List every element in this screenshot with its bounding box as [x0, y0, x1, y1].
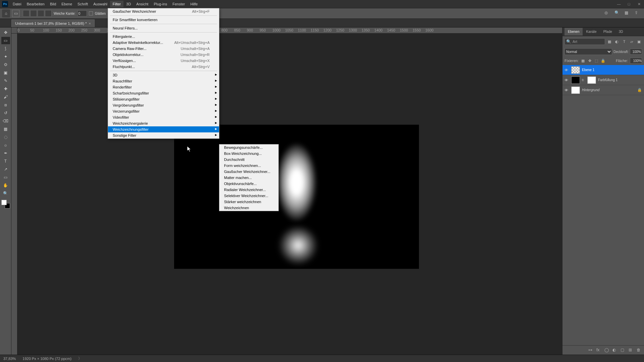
menu-item[interactable]: Filtergalerie... [108, 34, 219, 40]
layer-name[interactable]: Farbfüllung 1 [598, 78, 618, 82]
link-layers-icon[interactable]: ⊶ [588, 348, 593, 353]
workspace-icon[interactable]: ▦ [625, 11, 630, 16]
lock-artboard-icon[interactable]: ⬚ [594, 58, 599, 63]
tool-gradient[interactable]: ▦ [1, 125, 10, 133]
tool-zoom[interactable]: 🔍 [1, 190, 10, 197]
menu-ansicht[interactable]: Ansicht [133, 1, 151, 7]
layer-search-input[interactable]: 🔍 Art [565, 38, 605, 45]
menu-item[interactable]: Sonstige Filter [108, 132, 219, 138]
menu-item[interactable]: Videofilter [108, 114, 219, 120]
visibility-icon[interactable]: 👁 [565, 78, 569, 82]
tool-frame[interactable]: ▣ [1, 69, 10, 76]
submenu-item[interactable]: Objektivunschärfe... [219, 181, 278, 187]
tool-rect[interactable]: ▭ [1, 174, 10, 181]
panel-tab-kanäle[interactable]: Kanäle [583, 28, 600, 36]
fill-input[interactable] [630, 58, 642, 64]
visibility-icon[interactable]: 👁 [565, 68, 569, 72]
filter-adjust-icon[interactable]: ◐ [614, 39, 620, 45]
menu-item[interactable]: Objektivkorrektur...Umschalt+Strg+R [108, 52, 219, 58]
selection-intersect-button[interactable] [45, 10, 52, 17]
lock-all-icon[interactable]: 🔒 [601, 58, 605, 63]
tool-brush[interactable]: 🖌 [1, 93, 10, 101]
layer-row[interactable]: 👁⎘Farbfüllung 1 [562, 75, 644, 85]
filter-type-icon[interactable]: T [621, 39, 627, 45]
antialias-checkbox[interactable] [89, 11, 93, 15]
panel-tab-pfade[interactable]: Pfade [600, 28, 615, 36]
submenu-item[interactable]: Bewegungsunschärfe... [219, 144, 278, 150]
submenu-item[interactable]: Gaußscher Weichzeichner... [219, 169, 278, 175]
layer-row[interactable]: 👁Ebene 1 [562, 65, 644, 75]
selection-subtract-button[interactable] [38, 10, 44, 17]
tool-blur[interactable]: ◌ [1, 133, 10, 141]
submenu-item[interactable]: Durchschnitt [219, 157, 278, 163]
color-swatches[interactable] [1, 200, 10, 208]
lock-pixels-icon[interactable]: ▩ [581, 58, 585, 63]
menu-item[interactable]: Verzerrungsfilter [108, 108, 219, 114]
menu-filter[interactable]: Filter [110, 1, 123, 7]
tool-type[interactable]: T [1, 158, 10, 165]
menu-ebene[interactable]: Ebene [59, 1, 75, 7]
submenu-item[interactable]: Weichzeichnen [219, 205, 278, 211]
new-layer-icon[interactable]: ⊞ [629, 348, 633, 353]
close-button[interactable]: ✕ [634, 0, 644, 8]
minimize-button[interactable]: — [614, 0, 624, 8]
tool-stamp[interactable]: ⧈ [1, 101, 10, 109]
panel-tab-3d[interactable]: 3D [615, 28, 627, 36]
filter-pixel-icon[interactable]: ▩ [606, 39, 612, 45]
filter-shape-icon[interactable]: ▱ [629, 39, 635, 45]
tool-eyedrop[interactable]: ✎ [1, 77, 10, 84]
blend-mode-select[interactable]: Normal [565, 48, 612, 55]
tool-wand[interactable]: ✦ [1, 53, 10, 60]
menu-bearbeiten[interactable]: Bearbeiten [24, 1, 47, 7]
tool-dodge[interactable]: ☼ [1, 141, 10, 149]
menu-fenster[interactable]: Fenster [170, 1, 187, 7]
mask-icon[interactable]: ◯ [604, 348, 609, 353]
tool-path[interactable]: ↗ [1, 166, 10, 173]
tool-crop[interactable]: ⯐ [1, 61, 10, 68]
filter-smart-icon[interactable]: ▣ [636, 39, 642, 45]
share-icon[interactable]: ⇪ [635, 11, 640, 16]
tool-lasso[interactable]: ⟆ [1, 45, 10, 52]
menu-item[interactable]: 3D [108, 72, 219, 78]
tool-heal[interactable]: ✚ [1, 85, 10, 93]
submenu-item[interactable]: Box-Weichzeichnung... [219, 150, 278, 157]
delete-layer-icon[interactable]: 🗑 [637, 348, 641, 353]
opacity-input[interactable] [630, 49, 642, 55]
menu-item[interactable]: Stilisierungsfilter [108, 96, 219, 102]
menu-item[interactable]: Verflüssigen...Umschalt+Strg+X [108, 58, 219, 64]
adjustment-icon[interactable]: ◐ [612, 348, 617, 353]
menu-bild[interactable]: Bild [47, 1, 59, 7]
tool-preset[interactable]: ▭ [12, 10, 19, 17]
menu-item[interactable]: Vergröberungsfilter [108, 102, 219, 108]
home-button[interactable]: ⌂ [2, 9, 10, 17]
menu-item[interactable]: Weichzeichnungsfilter [108, 126, 219, 132]
tool-pen[interactable]: ✒ [1, 149, 10, 157]
menu-item[interactable]: Gaußscher WeichzeichnerAlt+Strg+F [108, 8, 219, 14]
submenu-item[interactable]: Stärker weichzeichnen [219, 199, 278, 205]
layer-name[interactable]: Ebene 1 [582, 68, 594, 72]
tool-history[interactable]: ↺ [1, 109, 10, 117]
menu-item[interactable]: Renderfilter [108, 84, 219, 90]
document-canvas[interactable] [174, 125, 419, 269]
zoom-level[interactable]: 37,83% [3, 357, 16, 361]
group-icon[interactable]: ▢ [621, 348, 625, 353]
tool-eraser[interactable]: ⌫ [1, 117, 10, 125]
menu-item[interactable]: Fluchtpunkt...Alt+Strg+V [108, 64, 219, 70]
selection-new-button[interactable] [23, 10, 30, 17]
tool-move[interactable]: ✥ [1, 29, 10, 36]
selection-add-button[interactable] [30, 10, 37, 17]
menu-datei[interactable]: Datei [10, 1, 24, 7]
maximize-button[interactable]: □ [624, 0, 634, 8]
menu-item[interactable]: Weichzeichnergalerie [108, 120, 219, 126]
cloud-docs-icon[interactable]: ◎ [604, 11, 610, 16]
submenu-item[interactable]: Form weichzeichnen... [219, 163, 278, 169]
visibility-icon[interactable]: 👁 [565, 88, 569, 92]
menu-item[interactable]: Adaptive Weitwinkelkorrektur...Alt+Umsch… [108, 40, 219, 46]
document-tab[interactable]: Unbenannt-1 bei 37,8% (Ebene 1, RGB/8) *… [11, 19, 95, 27]
menu-auswahl[interactable]: Auswahl [91, 1, 110, 7]
menu-schrift[interactable]: Schrift [75, 1, 91, 7]
layer-name[interactable]: Hintergrund [582, 88, 599, 92]
menu-item[interactable]: Neural Filters... [108, 25, 219, 31]
fx-icon[interactable]: fx [596, 348, 601, 353]
menu-item[interactable]: Camera Raw-Filter...Umschalt+Strg+A [108, 46, 219, 52]
